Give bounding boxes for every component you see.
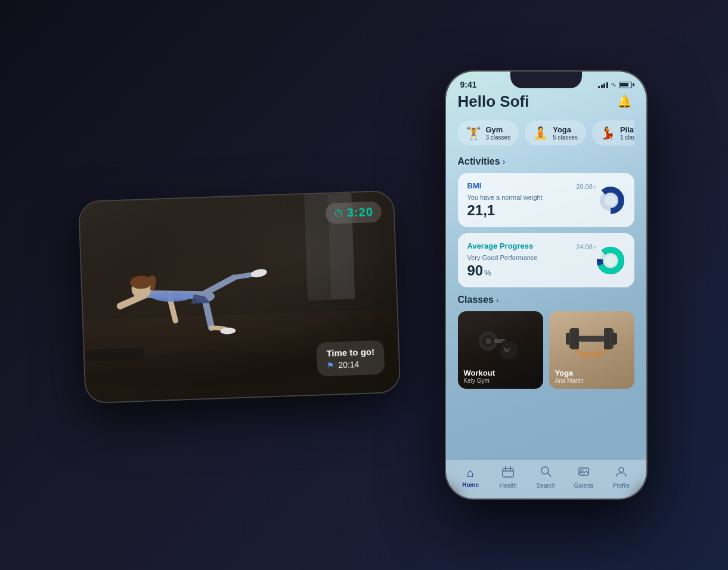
svg-rect-34 (571, 328, 579, 349)
progress-donut (596, 246, 625, 275)
workout-class-subtitle: Kely Gym (464, 377, 495, 384)
bmi-date-value: 20.08 (576, 183, 593, 190)
svg-text:W: W (504, 346, 510, 354)
bmi-header-row: BMI 20.08 › (467, 181, 596, 191)
profile-label: Profile (613, 482, 630, 489)
yoga-chip-text: Yoga 5 classes (553, 125, 578, 141)
timer-badge: ⏱ 3:20 (325, 202, 382, 224)
yoga-title: Yoga (553, 125, 578, 134)
yoga-class-subtitle: Ana Martin (555, 377, 584, 384)
bmi-card[interactable]: BMI 20.08 › You have a normal weight 21,… (458, 173, 634, 227)
signal-bar-2 (601, 85, 603, 88)
class-card-workout[interactable]: W Workout Kely Gym (458, 311, 543, 389)
svg-rect-35 (579, 336, 604, 342)
activities-title-text: Activities (458, 156, 500, 167)
scene: ⏱ 3:20 Time to go! ⚑ 20:14 9:41 (81, 70, 648, 500)
workout-info-badge: Time to go! ⚑ 20:14 (316, 340, 384, 377)
bmi-date: 20.08 › (576, 183, 596, 190)
signal-bar-1 (598, 86, 600, 88)
profile-icon (615, 466, 627, 481)
classes-title-text: Classes (458, 295, 494, 305)
bell-icon[interactable]: 🔔 (615, 92, 634, 111)
pilates-chip-text: Pilates 1 class (620, 125, 634, 141)
notch (510, 72, 582, 88)
nav-item-profile[interactable]: Profile (602, 466, 640, 489)
classes-section: Classes › (458, 295, 634, 389)
bottom-nav: ⌂ Home Health (446, 460, 646, 498)
workout-background: ⏱ 3:20 Time to go! ⚑ 20:14 (79, 191, 399, 402)
svg-point-24 (605, 255, 617, 267)
pilates-icon: 💃 (600, 126, 615, 140)
workout-class-label: Workout Kely Gym (464, 368, 495, 384)
signal-bar-3 (603, 83, 605, 88)
nav-item-health[interactable]: Health (490, 466, 527, 489)
svg-point-27 (485, 338, 491, 344)
timer-text: 3:20 (346, 205, 373, 220)
nav-item-galeria[interactable]: Galeria (565, 466, 602, 489)
yoga-subtitle: 5 classes (553, 134, 578, 141)
svg-point-16 (250, 268, 268, 278)
pilates-subtitle: 1 class (620, 134, 634, 141)
yoga-class-label: Yoga Ana Martin (555, 368, 584, 384)
svg-rect-39 (503, 469, 513, 477)
category-row: 🏋️ Gym 3 classes 🧘 Yoga 5 classes (458, 120, 634, 145)
search-label: Search (537, 482, 556, 489)
bmi-donut (596, 186, 625, 215)
battery-fill (620, 83, 628, 86)
wifi-icon: ∿ (611, 80, 617, 89)
workout-class-title: Workout (464, 368, 495, 377)
svg-rect-38 (611, 333, 617, 345)
gym-title: Gym (486, 125, 511, 134)
bmi-value: 21,1 (467, 202, 495, 218)
progress-date-value: 24.08 (576, 243, 593, 250)
health-icon (502, 466, 514, 481)
category-chip-pilates[interactable]: 💃 Pilates 1 class (592, 120, 634, 145)
bmi-card-left: BMI 20.08 › You have a normal weight 21,… (467, 181, 596, 219)
status-icons: ∿ (598, 80, 632, 89)
health-label: Health (500, 482, 517, 489)
signal-bar-4 (606, 82, 608, 88)
svg-point-20 (605, 194, 617, 206)
classes-row: W Workout Kely Gym (458, 311, 634, 389)
greeting: Hello Sofi (458, 92, 529, 111)
nav-item-home[interactable]: ⌂ Home (452, 466, 490, 488)
search-icon (540, 466, 552, 481)
classes-section-title: Classes › (458, 295, 634, 305)
yoga-class-title: Yoga (555, 368, 584, 377)
activities-section-title: Activities › (458, 156, 634, 167)
category-chip-yoga[interactable]: 🧘 Yoga 5 classes (525, 120, 586, 145)
progress-subtitle: Very Good Performance (467, 254, 596, 261)
gym-subtitle: 3 classes (486, 134, 511, 141)
app-header: Hello Sofi 🔔 (458, 92, 634, 111)
battery-icon (619, 82, 632, 88)
classes-arrow: › (496, 295, 499, 305)
svg-point-42 (541, 467, 549, 474)
galeria-icon (578, 466, 590, 481)
svg-line-14 (204, 277, 234, 293)
svg-line-43 (548, 473, 551, 476)
progress-card[interactable]: Average Progress 24.08 › Very Good Perfo… (458, 233, 634, 287)
status-time: 9:41 (460, 80, 477, 89)
timer-icon: ⏱ (333, 207, 343, 219)
progress-value: 90 (467, 262, 484, 279)
progress-unit: % (484, 268, 491, 277)
phone-left: ⏱ 3:20 Time to go! ⚑ 20:14 (78, 190, 401, 404)
yoga-icon: 🧘 (533, 126, 548, 140)
signal-bars (598, 81, 608, 88)
time-to-go-label: Time to go! (326, 346, 374, 358)
flag-icon: ⚑ (326, 360, 334, 370)
progress-date: 24.08 › (576, 243, 596, 250)
activities-arrow: › (503, 157, 506, 166)
pilates-title: Pilates (620, 125, 634, 134)
bmi-subtitle: You have a normal weight (467, 194, 596, 201)
nav-item-search[interactable]: Search (527, 466, 565, 489)
gym-icon: 🏋️ (466, 126, 481, 140)
category-chip-gym[interactable]: 🏋️ Gym 3 classes (458, 120, 519, 145)
progress-header-row: Average Progress 24.08 › (467, 241, 596, 252)
phone-right: 9:41 ∿ Hello (445, 70, 648, 500)
galeria-label: Galeria (574, 482, 593, 489)
progress-value-row: 90 % (467, 262, 596, 279)
app-content: Hello Sofi 🔔 🏋️ Gym 3 classes 🧘 (446, 92, 646, 460)
class-card-yoga[interactable]: Yoga Ana Martin (549, 311, 634, 389)
home-icon: ⌂ (467, 466, 474, 480)
